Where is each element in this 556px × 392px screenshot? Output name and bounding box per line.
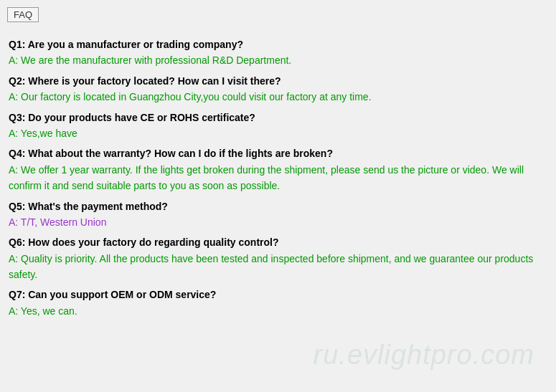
- question-6: Q6: How does your factory do regarding q…: [9, 234, 547, 250]
- qa-item-3: Q3: Do your products have CE or ROHS cer…: [9, 110, 547, 142]
- answer-2: A: Our factory is located in Guangzhou C…: [9, 89, 547, 105]
- answer-1: A: We are the manufacturer with professi…: [9, 52, 547, 68]
- qa-item-2: Q2: Where is your factory located? How c…: [9, 73, 547, 105]
- qa-item-5: Q5: What's the payment method? A: T/T, W…: [9, 199, 547, 231]
- question-4: Q4: What about the warranty? How can I d…: [9, 145, 547, 161]
- faq-content: Q1: Are you a manufacturer or trading co…: [0, 37, 556, 319]
- question-7: Q7: Can you support OEM or ODM service?: [9, 287, 547, 302]
- question-2: Q2: Where is your factory located? How c…: [9, 73, 547, 89]
- question-1: Q1: Are you a manufacturer or trading co…: [9, 37, 547, 52]
- answer-4: A: We offer 1 year warranty. If the ligh…: [9, 162, 547, 194]
- answer-5: A: T/T, Western Union: [9, 214, 547, 230]
- faq-tag: FAQ: [7, 7, 39, 22]
- answer-6: A: Quality is priority. All the products…: [9, 251, 547, 283]
- qa-item-6: Q6: How does your factory do regarding q…: [9, 234, 547, 282]
- answer-7: A: Yes, we can.: [9, 303, 547, 319]
- qa-item-7: Q7: Can you support OEM or ODM service? …: [9, 287, 547, 319]
- watermark: ru.evlightpro.com: [314, 340, 534, 371]
- answer-3: A: Yes,we have: [9, 125, 547, 141]
- question-5: Q5: What's the payment method?: [9, 199, 547, 214]
- qa-item-4: Q4: What about the warranty? How can I d…: [9, 145, 547, 193]
- question-3: Q3: Do your products have CE or ROHS cer…: [9, 110, 547, 125]
- qa-item-1: Q1: Are you a manufacturer or trading co…: [9, 37, 547, 69]
